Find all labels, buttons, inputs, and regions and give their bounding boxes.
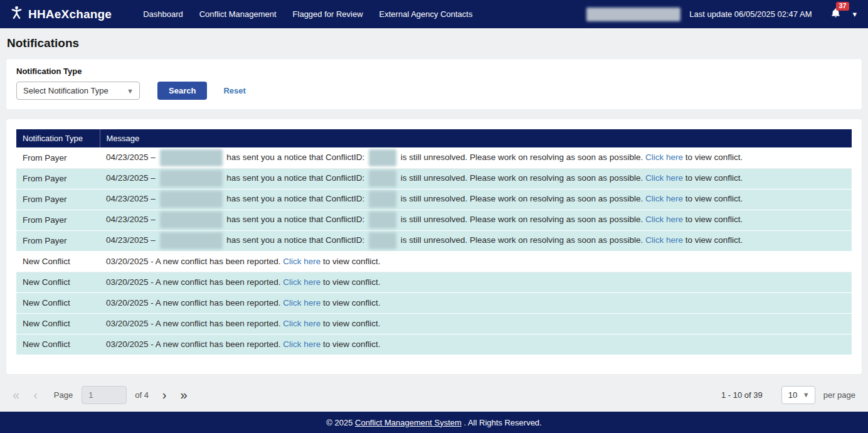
message-cell: 03/20/2025 - A new conflict has been rep… xyxy=(100,292,852,313)
per-page-select[interactable]: 10 ▼ xyxy=(781,386,815,404)
click-here-link[interactable]: Click here xyxy=(645,173,683,183)
table-header-row: Notification Type Message xyxy=(16,129,852,147)
notifications-table-panel: Notification Type Message From Payer04/2… xyxy=(6,119,862,374)
filter-panel: Notification Type Select Notification Ty… xyxy=(6,59,862,109)
message-text: 03/20/2025 - A new conflict has been rep… xyxy=(106,257,283,266)
redacted-text xyxy=(160,170,223,187)
page-number-input[interactable] xyxy=(82,386,127,404)
redacted-text xyxy=(369,149,396,166)
notifications-table: Notification Type Message From Payer04/2… xyxy=(16,129,852,355)
table-row: New Conflict03/20/2025 - A new conflict … xyxy=(16,313,852,334)
nav-right-section: Last update 06/05/2025 02:47 AM 37 ▾ xyxy=(586,7,857,21)
table-row: New Conflict03/20/2025 - A new conflict … xyxy=(16,251,852,272)
message-text: 03/20/2025 - A new conflict has been rep… xyxy=(106,319,283,328)
message-text: to view conflict. xyxy=(683,152,743,162)
message-text: to view conflict. xyxy=(683,194,743,203)
click-here-link[interactable]: Click here xyxy=(283,298,320,307)
notification-count-badge: 37 xyxy=(836,2,849,11)
message-cell: 04/23/2025 – has sent you a notice that … xyxy=(100,230,852,251)
click-here-link[interactable]: Click here xyxy=(283,277,320,287)
per-page-label: per page xyxy=(823,390,855,400)
redacted-text xyxy=(160,211,223,228)
nav-item-conflict-management[interactable]: Conflict Management xyxy=(199,9,277,19)
message-text: 03/20/2025 - A new conflict has been rep… xyxy=(106,277,283,287)
message-text: to view conflict. xyxy=(320,319,380,328)
message-text: is still unresolved. Please work on reso… xyxy=(398,173,645,183)
last-page-button[interactable]: » xyxy=(181,388,188,401)
total-pages-label: of 4 xyxy=(135,390,149,400)
click-here-link[interactable]: Click here xyxy=(645,215,683,224)
click-here-link[interactable]: Click here xyxy=(645,235,683,245)
message-text: to view conflict. xyxy=(683,173,743,183)
next-page-button[interactable]: › xyxy=(162,388,167,401)
message-text: 04/23/2025 – xyxy=(106,194,158,203)
message-text: has sent you a notice that ConflictID: xyxy=(225,152,367,162)
message-text: is still unresolved. Please work on reso… xyxy=(398,235,645,245)
notification-type-cell: New Conflict xyxy=(16,272,100,292)
click-here-link[interactable]: Click here xyxy=(645,194,683,203)
click-here-link[interactable]: Click here xyxy=(283,319,320,328)
message-text: has sent you a notice that ConflictID: xyxy=(225,194,367,203)
click-here-link[interactable]: Click here xyxy=(283,339,320,349)
notification-type-cell: From Payer xyxy=(16,210,100,230)
page-title: Notifications xyxy=(7,36,861,50)
conflict-management-system-link[interactable]: Conflict Management System xyxy=(355,418,462,427)
hhaexchange-person-icon xyxy=(9,4,24,24)
notification-type-cell: New Conflict xyxy=(16,251,100,272)
notification-type-select-value: Select Notification Type xyxy=(23,86,109,95)
notification-type-cell: From Payer xyxy=(16,168,100,189)
table-row: New Conflict03/20/2025 - A new conflict … xyxy=(16,292,852,313)
message-text: to view conflict. xyxy=(683,235,743,245)
redacted-text xyxy=(369,211,396,228)
message-text: 04/23/2025 – xyxy=(106,173,158,183)
brand-logo[interactable]: HHAeXchange xyxy=(9,4,112,24)
message-cell: 04/23/2025 – has sent you a notice that … xyxy=(100,147,852,168)
nav-item-flagged-for-review[interactable]: Flagged for Review xyxy=(293,9,363,19)
notification-type-select[interactable]: Select Notification Type ▼ xyxy=(16,82,140,100)
notification-type-cell: From Payer xyxy=(16,230,100,251)
notification-type-cell: New Conflict xyxy=(16,313,100,334)
table-row: From Payer04/23/2025 – has sent you a no… xyxy=(16,210,852,230)
nav-item-dashboard[interactable]: Dashboard xyxy=(143,9,183,19)
message-cell: 04/23/2025 – has sent you a notice that … xyxy=(100,210,852,230)
message-cell: 03/20/2025 - A new conflict has been rep… xyxy=(100,313,852,334)
message-text: has sent you a notice that ConflictID: xyxy=(225,235,367,245)
message-text: 03/20/2025 - A new conflict has been rep… xyxy=(106,339,283,349)
message-text: to view conflict. xyxy=(683,215,743,224)
table-body: From Payer04/23/2025 – has sent you a no… xyxy=(16,147,852,355)
per-page-select-value: 10 xyxy=(788,390,797,400)
previous-page-button[interactable]: ‹ xyxy=(33,388,38,401)
footer-copyright-suffix: . All Rights Reserved. xyxy=(462,418,542,427)
search-button[interactable]: Search xyxy=(157,82,207,100)
notification-type-cell: New Conflict xyxy=(16,292,100,313)
redacted-text xyxy=(160,232,223,249)
table-row: From Payer04/23/2025 – has sent you a no… xyxy=(16,230,852,251)
nav-menu: DashboardConflict ManagementFlagged for … xyxy=(143,9,472,19)
nav-item-external-agency-contacts[interactable]: External Agency Contacts xyxy=(379,9,473,19)
notifications-bell-button[interactable]: 37 xyxy=(830,7,841,21)
last-update-text: Last update 06/05/2025 02:47 AM xyxy=(689,9,812,19)
notification-type-cell: From Payer xyxy=(16,147,100,168)
first-page-button[interactable]: « xyxy=(13,388,19,401)
click-here-link[interactable]: Click here xyxy=(283,257,320,266)
message-text: has sent you a notice that ConflictID: xyxy=(225,173,367,183)
column-header-message: Message xyxy=(100,129,852,147)
message-text: 04/23/2025 – xyxy=(106,215,158,224)
message-text: is still unresolved. Please work on reso… xyxy=(398,215,645,224)
message-text: to view conflict. xyxy=(320,277,380,287)
page-label: Page xyxy=(54,390,73,400)
bell-icon xyxy=(830,10,841,21)
click-here-link[interactable]: Click here xyxy=(645,152,683,162)
user-menu-chevron-down-icon[interactable]: ▾ xyxy=(852,9,857,19)
top-navigation: HHAeXchange DashboardConflict Management… xyxy=(0,0,868,28)
notification-type-cell: From Payer xyxy=(16,189,100,210)
message-text: 04/23/2025 – xyxy=(106,235,158,245)
column-header-notification-type: Notification Type xyxy=(16,129,100,147)
reset-link[interactable]: Reset xyxy=(223,86,245,95)
redacted-text xyxy=(160,191,223,208)
table-row: New Conflict03/20/2025 - A new conflict … xyxy=(16,272,852,292)
redacted-text xyxy=(160,149,223,166)
table-row: New Conflict03/20/2025 - A new conflict … xyxy=(16,334,852,355)
message-cell: 03/20/2025 - A new conflict has been rep… xyxy=(100,251,852,272)
message-text: to view conflict. xyxy=(320,339,380,349)
